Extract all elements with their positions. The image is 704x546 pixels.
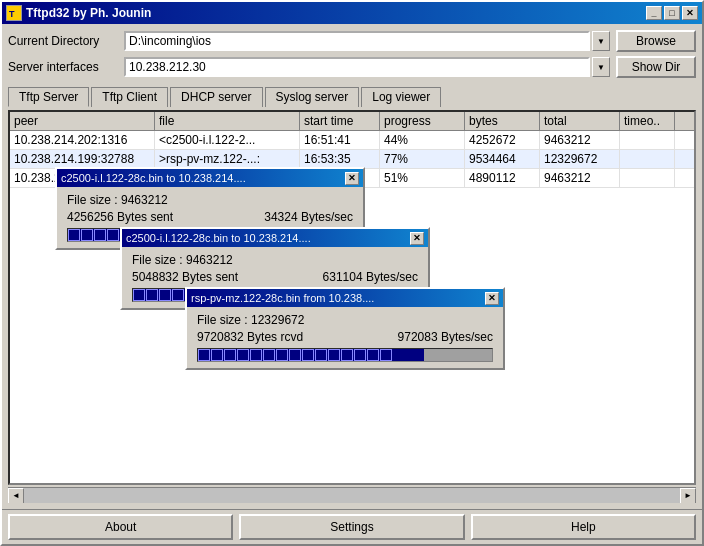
dialog-title-3: rsp-pv-mz.122-28c.bin from 10.238....: [191, 292, 374, 304]
browse-button[interactable]: Browse: [616, 30, 696, 52]
tab-tftp-server[interactable]: Tftp Server: [8, 87, 89, 107]
title-bar-left: T Tftpd32 by Ph. Jounin: [6, 5, 151, 21]
dialog-close-3[interactable]: ✕: [485, 292, 499, 305]
dialog-close-2[interactable]: ✕: [410, 232, 424, 245]
server-interfaces-dropdown[interactable]: ▼: [592, 57, 610, 77]
col-file: file: [155, 112, 300, 130]
scroll-left-button[interactable]: ◄: [8, 488, 24, 504]
close-button[interactable]: ✕: [682, 6, 698, 20]
dialog-progress-1: 4256256 Bytes sent 34324 Bytes/sec: [67, 210, 353, 224]
content-area: Current Directory ▼ Browse Server interf…: [2, 24, 702, 509]
current-dir-input[interactable]: [124, 31, 590, 51]
maximize-button[interactable]: □: [664, 6, 680, 20]
title-bar: T Tftpd32 by Ph. Jounin _ □ ✕: [2, 2, 702, 24]
about-button[interactable]: About: [8, 514, 233, 540]
progress-fill-3: [198, 349, 424, 361]
server-interfaces-wrapper: ▼: [124, 57, 610, 77]
table-header: peer file start time progress bytes tota…: [10, 112, 694, 131]
dialog-filesize-3: File size : 12329672: [197, 313, 493, 327]
table-area: peer file start time progress bytes tota…: [8, 110, 696, 485]
dialog-title-bar-2: c2500-i.l.122-28c.bin to 10.238.214.... …: [122, 229, 428, 247]
cell-peer: 10.238.214.202:1316: [10, 131, 155, 149]
cell-timeout: [620, 169, 675, 187]
dialog-bytes-sent-2: 5048832 Bytes sent: [132, 270, 238, 284]
cell-progress: 77%: [380, 150, 465, 168]
cell-total: 9463212: [540, 169, 620, 187]
col-peer: peer: [10, 112, 155, 130]
dialog-progress-2: 5048832 Bytes sent 631104 Bytes/sec: [132, 270, 418, 284]
app-icon: T: [6, 5, 22, 21]
dialog-bytes-per-sec-2: 631104 Bytes/sec: [323, 270, 418, 284]
tab-syslog-server[interactable]: Syslog server: [265, 87, 360, 107]
cell-progress: 51%: [380, 169, 465, 187]
tab-tftp-client[interactable]: Tftp Client: [91, 87, 168, 107]
cell-bytes: 9534464: [465, 150, 540, 168]
horizontal-scrollbar: ◄ ►: [8, 487, 696, 503]
current-dir-label: Current Directory: [8, 34, 118, 48]
settings-button[interactable]: Settings: [239, 514, 464, 540]
cell-file: <c2500-i.l.122-2...: [155, 131, 300, 149]
bottom-bar: About Settings Help: [2, 509, 702, 544]
cell-file: >rsp-pv-mz.122-...:: [155, 150, 300, 168]
cell-bytes: 4890112: [465, 169, 540, 187]
col-progress: progress: [380, 112, 465, 130]
transfer-dialog-3: rsp-pv-mz.122-28c.bin from 10.238.... ✕ …: [185, 287, 505, 370]
cell-bytes: 4252672: [465, 131, 540, 149]
col-total: total: [540, 112, 620, 130]
minimize-button[interactable]: _: [646, 6, 662, 20]
tab-log-viewer[interactable]: Log viewer: [361, 87, 441, 107]
dialog-title-bar-1: c2500-i.l.122-28c.bin to 10.238.214.... …: [57, 169, 363, 187]
dialog-title-bar-3: rsp-pv-mz.122-28c.bin from 10.238.... ✕: [187, 289, 503, 307]
current-dir-row: Current Directory ▼ Browse: [8, 30, 696, 52]
dialog-filesize-label-1: File size : 9463212: [67, 193, 168, 207]
cell-total: 12329672: [540, 150, 620, 168]
tab-dhcp-server[interactable]: DHCP server: [170, 87, 262, 107]
dialog-close-1[interactable]: ✕: [345, 172, 359, 185]
dialog-filesize-2: File size : 9463212: [132, 253, 418, 267]
server-interfaces-row: Server interfaces ▼ Show Dir: [8, 56, 696, 78]
scroll-right-button[interactable]: ►: [680, 488, 696, 504]
col-bytes: bytes: [465, 112, 540, 130]
dialog-bytes-per-sec-3: 972083 Bytes/sec: [398, 330, 493, 344]
col-timeout: timeo..: [620, 112, 675, 130]
dialog-bytes-sent-1: 4256256 Bytes sent: [67, 210, 173, 224]
col-start-time: start time: [300, 112, 380, 130]
cell-start-time: 16:51:41: [300, 131, 380, 149]
current-dir-wrapper: ▼: [124, 31, 610, 51]
dialog-body-3: File size : 12329672 9720832 Bytes rcvd …: [187, 307, 503, 368]
cell-start-time: 16:53:35: [300, 150, 380, 168]
scroll-track[interactable]: [24, 488, 680, 504]
dialog-title-2: c2500-i.l.122-28c.bin to 10.238.214....: [126, 232, 311, 244]
dialog-filesize-label-2: File size : 9463212: [132, 253, 233, 267]
tabs-row: Tftp Server Tftp Client DHCP server Sysl…: [8, 86, 696, 106]
dialog-progress-3: 9720832 Bytes rcvd 972083 Bytes/sec: [197, 330, 493, 344]
window-title: Tftpd32 by Ph. Jounin: [26, 6, 151, 20]
dialog-filesize-1: File size : 9463212: [67, 193, 353, 207]
main-content-area: peer file start time progress bytes tota…: [8, 110, 696, 503]
main-window: T Tftpd32 by Ph. Jounin _ □ ✕ Current Di…: [0, 0, 704, 546]
cell-progress: 44%: [380, 131, 465, 149]
dialog-bytes-per-sec-1: 34324 Bytes/sec: [264, 210, 353, 224]
table-row: 10.238.214.202:1316 <c2500-i.l.122-2... …: [10, 131, 694, 150]
cell-timeout: [620, 131, 675, 149]
cell-timeout: [620, 150, 675, 168]
cell-total: 9463212: [540, 131, 620, 149]
help-button[interactable]: Help: [471, 514, 696, 540]
cell-peer: 10.238.214.199:32788: [10, 150, 155, 168]
title-buttons: _ □ ✕: [646, 6, 698, 20]
svg-text:T: T: [9, 9, 15, 19]
show-dir-button[interactable]: Show Dir: [616, 56, 696, 78]
progress-blocks-3: [198, 349, 392, 361]
server-interfaces-label: Server interfaces: [8, 60, 118, 74]
dialog-filesize-label-3: File size : 12329672: [197, 313, 304, 327]
current-dir-dropdown[interactable]: ▼: [592, 31, 610, 51]
dialog-bytes-sent-3: 9720832 Bytes rcvd: [197, 330, 303, 344]
server-interfaces-input[interactable]: [124, 57, 590, 77]
dialog-title-1: c2500-i.l.122-28c.bin to 10.238.214....: [61, 172, 246, 184]
progress-bar-3: [197, 348, 493, 362]
